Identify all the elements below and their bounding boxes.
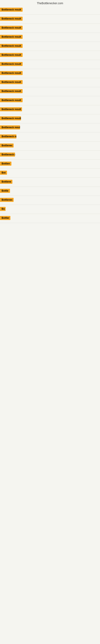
bottleneck-badge[interactable]: Bottleneck result [0, 17, 23, 21]
bottleneck-badge[interactable]: Bottleneck result [0, 98, 23, 102]
bottleneck-item[interactable]: Bottleneck result [0, 15, 100, 24]
bottleneck-badge[interactable]: Bottleneck result [0, 8, 23, 12]
bottleneck-badge[interactable]: Bottleneck result [0, 44, 23, 48]
bottleneck-item[interactable]: Bottleneck result [0, 105, 100, 114]
bottleneck-item[interactable]: Bottleneck r [0, 150, 100, 160]
bottleneck-item[interactable]: Bottle [0, 187, 100, 196]
bottleneck-badge[interactable]: Bo [0, 207, 6, 211]
bottleneck-badge[interactable]: Bottleneck result [0, 53, 23, 57]
bottleneck-badge[interactable]: Bottlenec [0, 198, 14, 202]
bottleneck-item[interactable]: Bottleneck result [0, 78, 100, 87]
bottleneck-badge[interactable]: Bottleneck result [0, 62, 23, 66]
bottleneck-badge[interactable]: Bottlene [0, 180, 12, 184]
bottleneck-item[interactable]: Bo [0, 205, 100, 214]
bottleneck-item[interactable]: Bottleneck result [0, 6, 100, 15]
bottleneck-item[interactable]: Bottleneck result [0, 51, 100, 60]
bottleneck-badge[interactable]: Bottleneck r [0, 152, 15, 156]
site-title: TheBottlenecker.com [0, 0, 100, 6]
bottleneck-badge[interactable]: Bottler [0, 216, 10, 220]
bottleneck-badge[interactable]: Bottleneck result [0, 71, 23, 75]
bottleneck-badge[interactable]: Bottleneck result [0, 116, 21, 120]
bottleneck-badge[interactable]: Bottlen [0, 162, 11, 166]
bottleneck-item[interactable]: Bottleneck result [0, 60, 100, 69]
bottleneck-badge[interactable]: Bottleneck result [0, 26, 23, 30]
bottleneck-badge[interactable]: Bottleneck result [0, 126, 20, 130]
bottleneck-item[interactable]: Bottleneck result [0, 87, 100, 96]
bottleneck-item[interactable]: Bottlen [0, 160, 100, 169]
items-container: Bottleneck resultBottleneck resultBottle… [0, 6, 100, 223]
bottleneck-item[interactable]: Bottlenec [0, 196, 100, 205]
bottleneck-item[interactable]: Bottleneck result [0, 33, 100, 42]
bottleneck-item[interactable]: Bottleneck result [0, 96, 100, 105]
bottleneck-item[interactable]: Bottleneck result [0, 123, 100, 132]
bottleneck-item[interactable]: Bottleneck result [0, 24, 100, 33]
bottleneck-badge[interactable]: Bot [0, 171, 7, 175]
bottleneck-badge[interactable]: Bottleneck result [0, 80, 23, 84]
bottleneck-badge[interactable]: Bottle [0, 189, 10, 193]
bottleneck-item[interactable]: Bottleneck result [0, 42, 100, 51]
bottleneck-badge[interactable]: Bottleneck result [0, 89, 23, 93]
bottleneck-item[interactable]: Bottleneck result [0, 114, 100, 123]
bottleneck-item[interactable]: Bottlene [0, 178, 100, 187]
bottleneck-badge[interactable]: Bottlenec [0, 144, 14, 148]
bottleneck-item[interactable]: Bot [0, 169, 100, 178]
bottleneck-item[interactable]: Bottlenec [0, 142, 100, 150]
bottleneck-badge[interactable]: Bottleneck result [0, 107, 22, 111]
bottleneck-item[interactable]: Bottleneck result [0, 69, 100, 78]
bottleneck-badge[interactable]: Bottleneck result [0, 35, 23, 39]
bottleneck-item[interactable]: Bottleneck re [0, 132, 100, 142]
bottleneck-badge[interactable]: Bottleneck re [0, 134, 16, 138]
bottleneck-item[interactable]: Bottler [0, 214, 100, 223]
